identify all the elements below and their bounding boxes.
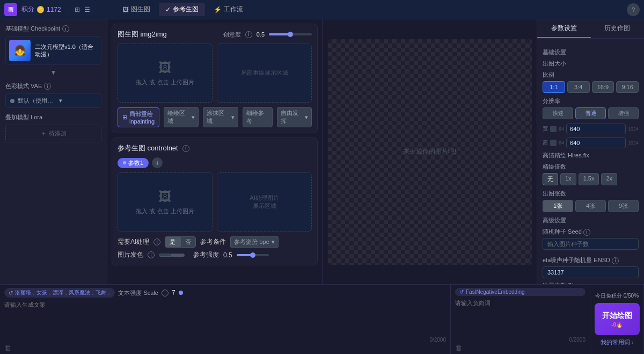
tab-settings[interactable]: 参数设置 — [537, 19, 591, 38]
grid-btn[interactable]: ⊞ — [75, 6, 80, 13]
count-9[interactable]: 9张 — [608, 200, 639, 212]
model-info: 二次元模型v1.0（适合动漫） — [35, 43, 98, 59]
hires-label: 精绘倍数 — [543, 163, 639, 171]
lora-section: 叠加模型 Lora ＋ 待添加 — [5, 113, 101, 142]
toggle-yes[interactable]: 是 — [165, 236, 180, 248]
image-icon: 🖼 — [122, 6, 129, 13]
bg-toggle-1[interactable] — [159, 254, 172, 257]
delete-icon[interactable]: 🗑 — [4, 344, 11, 352]
ref-strength-label: 参考强度 — [193, 250, 219, 259]
scale-info-icon[interactable]: i — [162, 290, 169, 297]
vae-dot — [10, 99, 14, 103]
inpaint-preview-area: 局部重绘展示区域 — [217, 44, 312, 103]
vae-label: 色彩模式 VAE i — [5, 82, 101, 90]
toggle-no[interactable]: 否 — [180, 236, 196, 248]
creativity-info-icon[interactable]: i — [245, 31, 252, 38]
add-lora-button[interactable]: ＋ 待添加 — [5, 125, 101, 142]
vae-dropdown[interactable]: 默认（使用默认色... ▾ — [5, 93, 101, 108]
tab-history[interactable]: 历史作图 — [591, 19, 645, 38]
controlnet-upload-area: 🖼 拖入 或 点击 上传图片 AI处理图片 展示区域 — [118, 172, 312, 232]
tab-img2img[interactable]: ✓ 参考生图 — [159, 3, 205, 16]
image-bg-info-icon[interactable]: i — [148, 251, 155, 258]
add-param-button[interactable]: + — [152, 157, 163, 168]
controlnet-upload-box[interactable]: 🖼 拖入 或 点击 上传图片 — [118, 172, 213, 232]
help-button[interactable]: ? — [627, 3, 640, 16]
checkpoint-info-icon[interactable]: i — [62, 25, 69, 32]
basic-settings-title: 基础设置 — [543, 48, 639, 56]
speed-enhanced[interactable]: 增强 — [608, 107, 639, 119]
divider — [68, 4, 68, 15]
speed-fast[interactable]: 快速 — [543, 107, 573, 119]
img2img-upload-box[interactable]: 🖼 拖入 或 点击 上传图片 — [118, 44, 213, 103]
generate-label: 开始绘图 — [602, 311, 632, 321]
count-4[interactable]: 4张 — [575, 200, 606, 212]
menu-btn[interactable]: ☰ — [84, 6, 90, 13]
ref-param-select[interactable]: 细绘参考 — [243, 107, 273, 127]
ratio-16-9[interactable]: 16:9 — [592, 81, 614, 93]
ensd-info-icon[interactable]: i — [612, 257, 619, 264]
scale-dot — [179, 291, 183, 295]
controlnet-title: 参考生图 controlnet — [118, 143, 178, 153]
hires-1-5x[interactable]: 1.5x — [579, 173, 599, 185]
positive-prompt-input[interactable] — [4, 300, 446, 337]
prompt-tags-row: ↺ 洛丽塔，女孩，漂浮，风系魔法，飞舞... 文本强度 Scale i 7 — [4, 288, 446, 298]
tab-workflow[interactable]: ⚡ 工作流 — [207, 3, 250, 16]
free-generate-select[interactable]: 自由发挥 ▾ — [277, 107, 312, 127]
ref-strength-value: 0.5 — [223, 251, 232, 259]
param-tab-1[interactable]: 参数1 — [118, 158, 149, 168]
vae-info-icon[interactable]: i — [44, 83, 51, 90]
seed-input[interactable] — [543, 238, 639, 250]
count-1[interactable]: 1张 — [543, 200, 573, 212]
hires-none[interactable]: 无 — [543, 173, 558, 185]
neg-embedding-tag[interactable]: ↺ FastNegativeEmbedding — [455, 288, 586, 296]
creativity-value: 0.5 — [257, 31, 265, 38]
cn-image-icon: 🖼 — [159, 189, 172, 204]
middle-panel: 图生图 img2img 创意度 i 0.5 🖼 拖入 或 点击 上传图片 — [107, 19, 322, 284]
speed-normal[interactable]: 普通 — [575, 107, 606, 119]
ratio-1-1[interactable]: 1:1 — [543, 81, 565, 93]
ai-process-preview: AI处理图片 展示区域 — [217, 172, 312, 232]
ratio-9-16[interactable]: 9:16 — [616, 81, 639, 93]
neg-delete-icon[interactable]: 🗑 — [455, 344, 462, 352]
ref-condition-label: 参考条件 — [200, 237, 226, 247]
height-label: 高 — [543, 139, 548, 147]
image-placeholder-icon: 🖼 — [159, 60, 172, 75]
main-layout: 基础模型 Checkpoint i 👧 二次元模型v1.0（适合动漫） ▼ 色彩… — [0, 19, 644, 284]
erase-area-select[interactable]: 涂抹区域 ▾ — [203, 107, 238, 127]
chevron-down-icon2: ▾ — [231, 114, 235, 121]
ratio-3-4[interactable]: 3:4 — [567, 81, 590, 93]
hires-options: 无 1x 1.5x 2x — [543, 173, 639, 185]
hires-2x[interactable]: 2x — [601, 173, 617, 185]
prompt-tags-text: 洛丽塔，女孩，漂浮，风系魔法，飞舞... — [15, 289, 111, 297]
ref-strength-slider[interactable] — [237, 254, 269, 256]
width-input[interactable]: 640 — [566, 124, 626, 134]
bg-toggle-2[interactable] — [172, 254, 185, 257]
controlnet-info-icon[interactable]: i — [182, 145, 189, 152]
coin-icon: 🪙 — [36, 6, 45, 13]
ratio-title: 比例 — [543, 71, 639, 79]
ref-pose-select[interactable]: 参考姿势 ope ▾ — [230, 236, 278, 248]
height-input[interactable]: 640 — [566, 138, 626, 148]
params-tabs: 参数1 + — [118, 157, 312, 168]
model-expand-btn[interactable]: ▼ — [48, 67, 59, 78]
creativity-slider[interactable] — [269, 33, 312, 35]
negative-prompt-input[interactable] — [455, 298, 586, 337]
common-words-button[interactable]: 我的常用词 › — [601, 338, 634, 346]
ai-processing-info-icon[interactable]: i — [153, 239, 160, 245]
controlnet-header: 参考生图 controlnet i — [118, 143, 312, 153]
ensd-title: eta噪声种子随机量 ENSD i — [543, 256, 639, 264]
seed-info-icon[interactable]: i — [583, 229, 590, 236]
draw-area-select[interactable]: 绘绘区域 ▾ — [164, 107, 199, 127]
inpaint-btn[interactable]: ⊞ 局部重绘inpainting — [118, 107, 159, 127]
height-icon — [550, 140, 557, 146]
checkpoint-label: 基础模型 Checkpoint i — [5, 25, 101, 33]
model-card[interactable]: 👧 二次元模型v1.0（适合动漫） — [5, 36, 101, 65]
img2img-title: 图生图 img2img — [118, 30, 167, 39]
main-tabs: 🖼 图生图 ✓ 参考生图 ⚡ 工作流 — [116, 3, 250, 16]
generate-button[interactable]: 开始绘图 -0🔥 — [595, 303, 640, 335]
positive-prompt-section: ↺ 洛丽塔，女孩，漂浮，风系魔法，飞舞... 文本强度 Scale i 7 0/… — [0, 285, 451, 354]
prompt-tags-refresh[interactable]: ↺ 洛丽塔，女孩，漂浮，风系魔法，飞舞... — [4, 288, 115, 298]
hires-1x[interactable]: 1x — [560, 173, 576, 185]
tab-txt2img[interactable]: 🖼 图生图 — [116, 3, 157, 16]
creativity-label: 创意度 — [223, 31, 241, 39]
